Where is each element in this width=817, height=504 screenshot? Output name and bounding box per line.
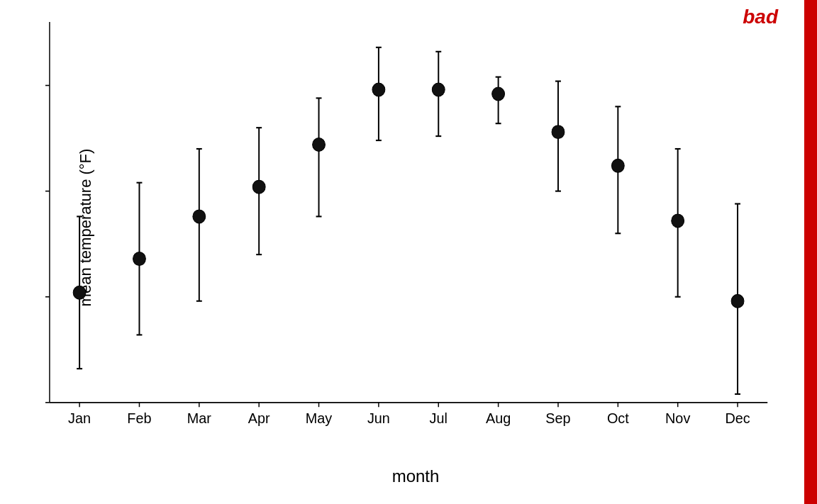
svg-text:Oct: Oct xyxy=(607,410,629,427)
svg-text:Jun: Jun xyxy=(367,410,390,427)
svg-text:Aug: Aug xyxy=(486,410,511,427)
svg-point-69 xyxy=(552,125,565,139)
svg-point-41 xyxy=(133,252,146,266)
svg-text:Nov: Nov xyxy=(665,410,691,427)
svg-point-49 xyxy=(252,180,265,194)
svg-point-65 xyxy=(492,87,505,101)
svg-text:Dec: Dec xyxy=(725,410,750,427)
svg-text:Mar: Mar xyxy=(187,410,211,427)
svg-point-73 xyxy=(611,159,624,172)
chart-svg: 0255075JanFebMarAprMayJunJulAugSepOctNov… xyxy=(43,7,789,447)
svg-point-53 xyxy=(313,138,326,152)
svg-text:Sep: Sep xyxy=(545,410,570,427)
svg-text:Jul: Jul xyxy=(430,410,448,427)
x-axis-label: month xyxy=(392,466,440,486)
svg-text:Feb: Feb xyxy=(127,410,151,427)
svg-point-37 xyxy=(73,286,86,299)
svg-point-77 xyxy=(672,214,684,228)
svg-point-45 xyxy=(193,210,206,223)
svg-point-57 xyxy=(372,83,385,96)
svg-point-61 xyxy=(432,83,445,96)
svg-point-81 xyxy=(731,294,744,308)
svg-text:Apr: Apr xyxy=(248,410,270,427)
svg-text:May: May xyxy=(306,410,333,427)
svg-text:Jan: Jan xyxy=(68,410,91,427)
chart-container: mean temperature (°F) month 0255075JanFe… xyxy=(43,7,789,447)
red-bar xyxy=(804,0,817,504)
